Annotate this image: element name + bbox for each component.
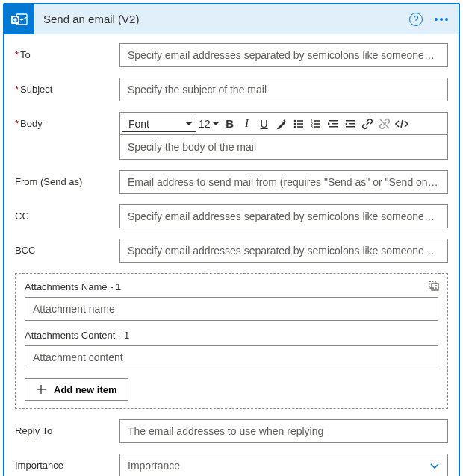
body-input[interactable]: Specify the body of the mail: [120, 135, 447, 159]
svg-rect-19: [349, 123, 355, 125]
caret-down-icon: [212, 120, 220, 128]
row-cc: CC: [15, 204, 448, 228]
bullet-list-button[interactable]: [290, 116, 307, 132]
svg-rect-15: [329, 120, 338, 122]
italic-button[interactable]: I: [239, 116, 255, 132]
link-button[interactable]: [359, 116, 376, 132]
svg-rect-23: [429, 281, 436, 288]
more-icon[interactable]: [432, 15, 451, 24]
svg-point-5: [293, 122, 296, 125]
font-select[interactable]: Font: [122, 116, 196, 132]
svg-rect-1: [11, 16, 19, 24]
svg-rect-4: [297, 120, 303, 122]
underline-button[interactable]: U: [256, 116, 273, 132]
rich-text-editor: Font 12 B I U: [119, 112, 448, 160]
svg-point-7: [293, 125, 296, 128]
row-reply-to: Reply To: [15, 419, 448, 443]
card-title: Send an email (V2): [34, 13, 409, 25]
svg-rect-8: [297, 126, 303, 128]
code-view-button[interactable]: [394, 116, 410, 132]
label-body: *Body: [15, 112, 119, 129]
to-input[interactable]: [119, 43, 448, 67]
svg-rect-16: [332, 123, 338, 125]
svg-rect-6: [297, 123, 303, 125]
row-bcc: BCC: [15, 239, 448, 263]
importance-select[interactable]: Importance: [119, 454, 448, 476]
svg-rect-24: [432, 284, 438, 290]
subject-input[interactable]: [119, 78, 448, 101]
attachments-group: Attachments Name - 1 Attachments Content…: [15, 273, 448, 409]
svg-point-3: [293, 119, 296, 122]
label-importance: Importance: [15, 454, 119, 471]
svg-rect-10: [314, 120, 320, 122]
help-icon[interactable]: ?: [409, 13, 423, 26]
row-subject: *Subject: [15, 78, 448, 101]
label-cc: CC: [15, 204, 119, 222]
attachments-content-label: Attachments Content - 1: [25, 330, 438, 341]
switch-mode-icon[interactable]: [428, 280, 440, 292]
send-email-card: Send an email (V2) ? *To *Subject *Body: [3, 3, 460, 476]
reply-to-input[interactable]: [119, 419, 448, 443]
label-reply-to: Reply To: [15, 419, 119, 436]
highlight-button[interactable]: [273, 116, 290, 132]
font-size-select[interactable]: 12: [197, 116, 221, 132]
row-to: *To: [15, 43, 448, 67]
label-bcc: BCC: [15, 239, 119, 256]
svg-line-22: [401, 120, 403, 128]
chevron-down-icon: [429, 460, 440, 471]
card-header: Send an email (V2) ?: [4, 4, 459, 34]
label-from: From (Send as): [15, 170, 119, 187]
plus-icon: [36, 384, 46, 395]
svg-rect-17: [329, 126, 338, 128]
label-to: *To: [15, 43, 119, 60]
row-importance: Importance Importance: [15, 454, 448, 476]
attachment-name-input[interactable]: [25, 297, 438, 321]
svg-rect-20: [346, 126, 355, 128]
rte-toolbar: Font 12 B I U: [120, 113, 447, 135]
from-input[interactable]: [119, 170, 448, 194]
row-from: From (Send as): [15, 170, 448, 194]
bcc-input[interactable]: [119, 239, 448, 263]
caret-down-icon: [185, 120, 193, 128]
number-list-button[interactable]: 123: [308, 116, 324, 132]
cc-input[interactable]: [119, 204, 448, 228]
svg-text:3: 3: [311, 125, 313, 129]
label-subject: *Subject: [15, 78, 119, 95]
svg-rect-12: [314, 123, 320, 125]
row-body: *Body Font 12 B I U: [15, 112, 448, 160]
svg-rect-18: [346, 120, 355, 122]
attachments-name-label: Attachments Name - 1: [25, 281, 438, 292]
outlook-icon: [4, 4, 34, 34]
svg-rect-14: [314, 126, 320, 128]
add-new-item-button[interactable]: Add new item: [25, 378, 128, 401]
bold-button[interactable]: B: [222, 116, 238, 132]
indent-button[interactable]: [342, 116, 358, 132]
outdent-button[interactable]: [325, 116, 341, 132]
attachment-content-input[interactable]: [25, 345, 438, 369]
card-header-actions: ?: [409, 13, 451, 26]
card-body: *To *Subject *Body Font: [4, 34, 459, 476]
unlink-button[interactable]: [376, 116, 393, 132]
